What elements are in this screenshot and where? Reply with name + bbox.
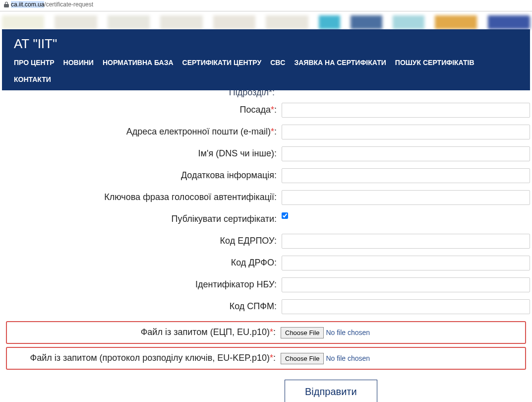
certificate-request-form: Посада*: Адреса електронної пошти (e-mai… <box>2 103 530 402</box>
spfm-label: Код СПФМ: <box>2 301 280 312</box>
position-field[interactable] <box>282 103 530 118</box>
drfo-label: Код ДРФО: <box>2 257 280 268</box>
brand-title: АТ "ІІТ" <box>14 36 520 52</box>
nav-legal[interactable]: НОРМАТИВНА БАЗА <box>103 59 174 67</box>
nbu-label: Ідентифікатор НБУ: <box>2 279 280 290</box>
file2-label: Файл із запитом (протокол розподілу ключ… <box>11 352 279 364</box>
file2-highlight: Файл із запитом (протокол розподілу ключ… <box>6 347 526 370</box>
file1-status: No file chosen <box>326 329 370 336</box>
file2-choose-button[interactable]: Choose File <box>281 353 324 364</box>
email-field[interactable] <box>282 125 530 139</box>
nbu-field[interactable] <box>282 277 530 292</box>
nav-contacts[interactable]: КОНТАКТИ <box>14 75 51 83</box>
nav-news[interactable]: НОВИНИ <box>63 59 94 67</box>
nav-about[interactable]: ПРО ЦЕНТР <box>14 59 55 67</box>
spfm-field[interactable] <box>282 299 530 314</box>
position-label: Посада*: <box>2 104 280 116</box>
file1-highlight: Файл із запитом (ЕЦП, EU.p10)*: Choose F… <box>6 321 526 344</box>
drfo-field[interactable] <box>282 256 530 270</box>
voice-field[interactable] <box>282 190 530 205</box>
extra-field[interactable] <box>282 168 530 183</box>
email-label: Адреса електронної пошти (e-mail)*: <box>2 126 280 137</box>
file1-label: Файл із запитом (ЕЦП, EU.p10)*: <box>11 327 279 338</box>
nav-search[interactable]: ПОШУК СЕРТИФІКАТІВ <box>395 59 474 67</box>
address-bar-url[interactable]: ca.iit.com.ua/certificate-request <box>11 1 93 8</box>
dns-field[interactable] <box>282 146 530 161</box>
address-bar: ca.iit.com.ua/certificate-request <box>0 0 532 11</box>
extra-label: Додаткова інформація: <box>2 170 280 181</box>
nav-cbc[interactable]: CBC <box>270 59 285 67</box>
voice-label: Ключова фраза голосової автентифікації: <box>2 192 280 203</box>
edrpou-field[interactable] <box>282 234 530 249</box>
site-navbar: АТ "ІІТ" ПРО ЦЕНТР НОВИНИ НОРМАТИВНА БАЗ… <box>2 29 530 90</box>
nav-links: ПРО ЦЕНТР НОВИНИ НОРМАТИВНА БАЗА СЕРТИФІ… <box>14 59 520 83</box>
dns-label: Ім'я (DNS чи інше): <box>2 148 280 159</box>
publish-label: Публікувати сертифікати: <box>2 213 280 225</box>
blurred-tabs-region <box>2 15 530 29</box>
lock-icon <box>4 1 9 7</box>
nav-request[interactable]: ЗАЯВКА НА СЕРТИФІКАТИ <box>294 59 386 67</box>
file1-choose-button[interactable]: Choose File <box>281 327 324 338</box>
edrpou-label: Код ЕДРПОУ: <box>2 235 280 247</box>
submit-button[interactable]: Відправити <box>285 380 377 402</box>
nav-certs[interactable]: СЕРТИФІКАТИ ЦЕНТРУ <box>182 59 262 67</box>
file2-status: No file chosen <box>326 354 370 362</box>
publish-checkbox[interactable] <box>282 212 288 219</box>
